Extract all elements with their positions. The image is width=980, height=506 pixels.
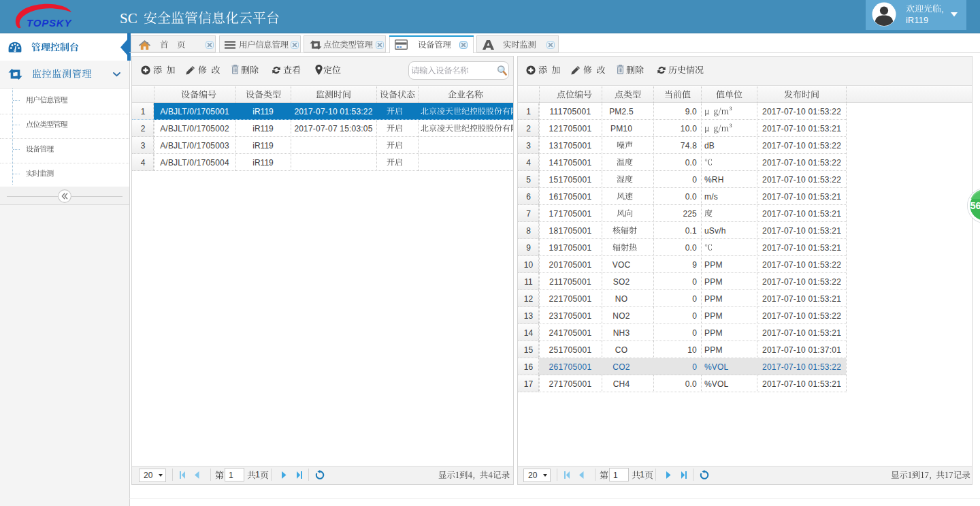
svg-text:56: 56: [970, 200, 980, 211]
svg-text:TOPSKY: TOPSKY: [27, 17, 72, 29]
